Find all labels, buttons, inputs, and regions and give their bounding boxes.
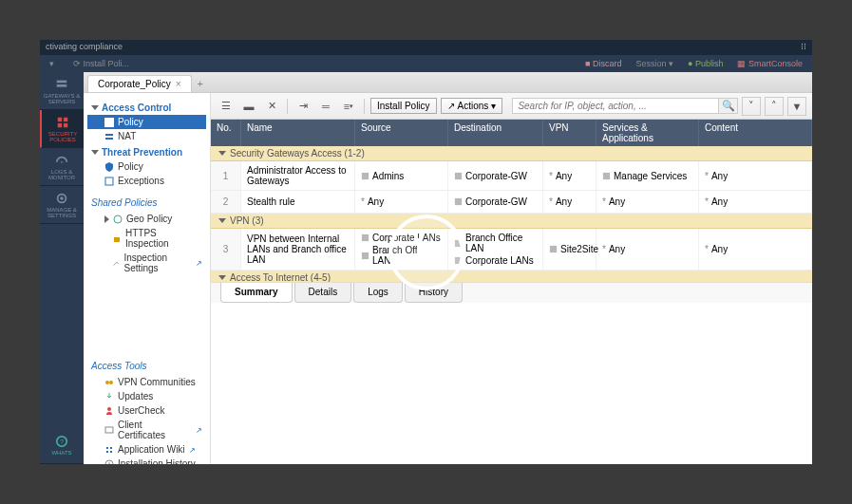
- section-header[interactable]: Access To Internet (4-5): [211, 271, 812, 282]
- nav-whats[interactable]: ?WHATS: [40, 426, 84, 464]
- detail-pane: [211, 303, 812, 465]
- tree-inspection-settings[interactable]: Inspection Settings ↗: [87, 251, 206, 275]
- svg-point-15: [105, 381, 109, 384]
- svg-rect-2: [58, 117, 62, 121]
- rule-row[interactable]: 2Stealth rule* Any Corporate-GW* Any* An…: [211, 191, 812, 214]
- policy-tabs: Corporate_Policy × +: [84, 72, 812, 93]
- tb-list-icon[interactable]: ☰: [217, 97, 236, 116]
- tab-details[interactable]: Details: [294, 283, 352, 303]
- tool-vpn-communities[interactable]: VPN Communities: [87, 375, 206, 389]
- svg-rect-19: [106, 447, 108, 449]
- svg-rect-3: [64, 117, 67, 121]
- tool-updates[interactable]: Updates: [87, 389, 206, 403]
- nav-up-icon[interactable]: ˄: [765, 97, 784, 116]
- tab-corporate-policy[interactable]: Corporate_Policy ×: [87, 75, 192, 92]
- tool-app-wiki[interactable]: Application Wiki ↗: [87, 442, 206, 457]
- col-name[interactable]: Name: [241, 120, 355, 146]
- actions-button[interactable]: ↗ Actions ▾: [441, 98, 503, 114]
- svg-rect-20: [110, 447, 112, 449]
- tree-https-inspection[interactable]: HTTPS Inspection: [87, 226, 206, 251]
- tb-outdent-icon[interactable]: ═: [316, 97, 335, 116]
- rule-row[interactable]: 1Administrator Access to Gateways Admins…: [211, 161, 812, 191]
- tree-geo-policy[interactable]: Geo Policy: [87, 212, 206, 226]
- tb-menu-icon[interactable]: ≡▾: [339, 97, 358, 116]
- svg-point-13: [114, 215, 122, 223]
- tb-delete-icon[interactable]: ✕: [262, 97, 281, 116]
- session-button[interactable]: Session ▾: [635, 59, 673, 68]
- svg-rect-18: [105, 427, 113, 433]
- section-header[interactable]: VPN (3): [211, 214, 812, 229]
- tree-policy[interactable]: Policy: [87, 115, 206, 129]
- col-no[interactable]: No.: [211, 120, 241, 146]
- access-tools-header: Access Tools: [91, 361, 206, 371]
- tab-history[interactable]: History: [405, 283, 463, 303]
- section-header[interactable]: Security Gateways Access (1-2): [211, 146, 812, 161]
- svg-point-17: [107, 407, 111, 411]
- svg-rect-26: [603, 172, 610, 178]
- tb-indent-icon[interactable]: ⇥: [293, 97, 312, 116]
- svg-rect-30: [455, 239, 462, 246]
- install-policy-top[interactable]: ⟳ Install Poli...: [73, 59, 129, 68]
- svg-rect-5: [64, 122, 67, 126]
- tree-tp-policy[interactable]: Policy: [87, 159, 206, 174]
- detail-tabs: Summary Details Logs History: [211, 282, 812, 303]
- svg-rect-24: [362, 172, 369, 178]
- search-icon[interactable]: 🔍: [719, 98, 738, 114]
- filter-icon[interactable]: ▼: [787, 97, 806, 116]
- tree-tp-exceptions[interactable]: Exceptions: [87, 174, 206, 188]
- nav-manage[interactable]: MANAGE & SETTINGS: [40, 186, 84, 224]
- svg-rect-1: [57, 84, 67, 87]
- tab-logs[interactable]: Logs: [353, 283, 403, 303]
- col-services[interactable]: Services & Applications: [596, 120, 699, 146]
- topbar: ▾ ⟳ Install Poli... ■ Discard Session ▾ …: [40, 55, 812, 72]
- svg-rect-28: [362, 234, 369, 241]
- nav-security-policies[interactable]: SECURITY POLICIES: [40, 110, 84, 148]
- col-source[interactable]: Source: [355, 120, 448, 146]
- svg-rect-21: [106, 451, 108, 453]
- tool-usercheck[interactable]: UserCheck: [87, 403, 206, 418]
- tool-client-certs[interactable]: Client Certificates ↗: [87, 418, 206, 442]
- nav-down-icon[interactable]: ˅: [742, 97, 761, 116]
- brand-label: ▦ SmartConsole: [737, 59, 803, 68]
- install-policy-button[interactable]: Install Policy: [370, 98, 437, 114]
- titlebar: ctivating compliance ⁞⁞: [40, 40, 812, 55]
- tree-access-control[interactable]: Access Control: [91, 103, 206, 113]
- search-input[interactable]: [512, 98, 719, 114]
- tree-nat[interactable]: NAT: [87, 129, 206, 143]
- svg-rect-31: [455, 257, 462, 264]
- svg-rect-27: [455, 198, 462, 205]
- window-dots-icon[interactable]: ⁞⁞: [801, 42, 806, 53]
- svg-point-6: [61, 160, 63, 162]
- svg-rect-32: [550, 246, 557, 252]
- svg-rect-14: [114, 237, 120, 242]
- close-icon[interactable]: ×: [176, 79, 181, 89]
- discard-button[interactable]: ■ Discard: [585, 59, 621, 68]
- menu-objects[interactable]: ▾: [49, 59, 54, 68]
- svg-rect-22: [110, 451, 112, 453]
- col-content[interactable]: Content: [699, 120, 812, 146]
- svg-point-8: [60, 196, 64, 200]
- nav-logs[interactable]: LOGS & MONITOR: [40, 148, 84, 186]
- add-tab-button[interactable]: +: [192, 75, 209, 92]
- tb-subtract-icon[interactable]: ▬: [239, 97, 258, 116]
- svg-rect-0: [57, 80, 67, 83]
- col-destination[interactable]: Destination: [448, 120, 543, 146]
- svg-rect-11: [104, 118, 114, 127]
- svg-rect-12: [105, 177, 113, 185]
- tree-threat-prevention[interactable]: Threat Prevention: [91, 147, 206, 158]
- tab-label: Corporate_Policy: [98, 79, 171, 89]
- title-text: ctivating compliance: [46, 42, 123, 53]
- col-vpn[interactable]: VPN: [543, 120, 596, 146]
- tool-installation-history[interactable]: Installation History: [87, 457, 206, 464]
- shared-policies-header: Shared Policies: [91, 197, 206, 208]
- tab-summary[interactable]: Summary: [220, 283, 293, 303]
- publish-button[interactable]: ● Publish: [688, 59, 723, 68]
- left-nav: GATEWAYS & SERVERS SECURITY POLICIES LOG…: [40, 72, 84, 464]
- grid-header: No. Name Source Destination VPN Services…: [211, 120, 812, 146]
- svg-point-16: [109, 381, 113, 384]
- nav-gateways[interactable]: GATEWAYS & SERVERS: [40, 72, 84, 110]
- rules-grid: No. Name Source Destination VPN Services…: [211, 120, 812, 282]
- rule-row[interactable]: 3VPN between Internal LANs and Branch of…: [211, 229, 812, 271]
- svg-rect-4: [58, 122, 62, 126]
- svg-text:?: ?: [60, 438, 64, 444]
